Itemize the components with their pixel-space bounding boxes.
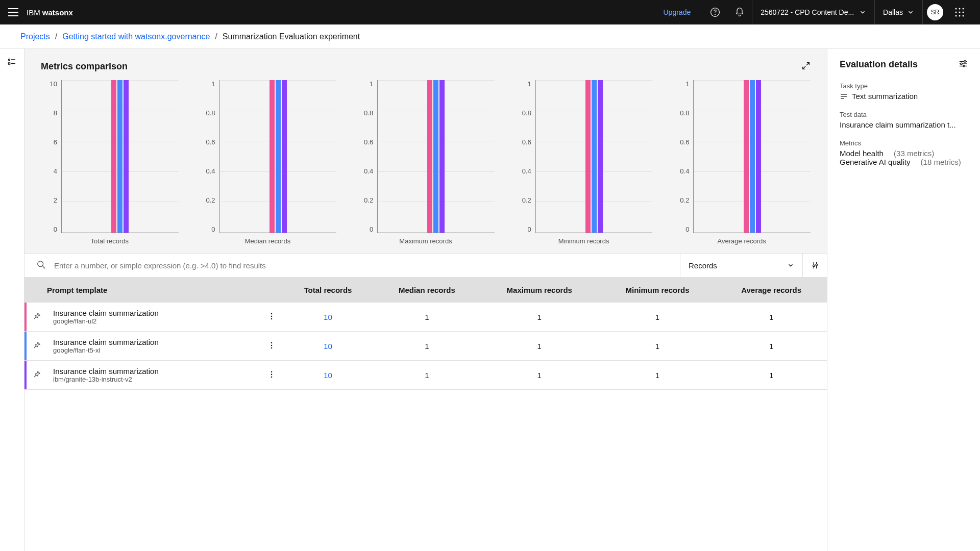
chevron-down-icon xyxy=(907,9,914,16)
svg-point-20 xyxy=(271,315,273,317)
svg-point-31 xyxy=(964,61,966,63)
chart-bar[interactable] xyxy=(598,80,603,233)
chart-caption: Minimum records xyxy=(558,237,609,245)
svg-rect-13 xyxy=(8,63,10,64)
cell-total: 10 xyxy=(282,303,374,332)
chart-caption: Total records xyxy=(91,237,129,245)
chart-y-axis: 1086420 xyxy=(41,80,61,233)
prompt-template-cell[interactable]: Insurance claim summarizationgoogle/flan… xyxy=(47,332,261,361)
chart-bar[interactable] xyxy=(124,80,129,233)
chart-y-axis: 10.80.60.40.20 xyxy=(199,80,219,233)
menu-icon[interactable] xyxy=(8,7,18,17)
chart-bar[interactable] xyxy=(592,80,597,233)
chart-bar[interactable] xyxy=(117,80,122,233)
chart-bar[interactable] xyxy=(750,80,755,233)
pin-icon[interactable] xyxy=(27,361,47,390)
svg-point-25 xyxy=(271,371,273,372)
chart-bar[interactable] xyxy=(270,80,275,233)
total-records-link[interactable]: 10 xyxy=(324,313,332,321)
rail-toggle-icon[interactable] xyxy=(7,57,17,551)
cell-median: 1 xyxy=(374,303,480,332)
chart-caption: Maximum records xyxy=(399,237,452,245)
table-row: Insurance claim summarizationgoogle/flan… xyxy=(24,332,827,361)
task-type-value: Text summarization xyxy=(840,92,968,101)
chart-unit: 10.80.60.40.20Minimum records xyxy=(515,80,653,245)
pin-icon[interactable] xyxy=(27,303,47,332)
settings-icon[interactable] xyxy=(959,59,968,70)
records-dropdown[interactable]: Records xyxy=(680,253,802,278)
chart-y-axis: 10.80.60.40.20 xyxy=(515,80,535,233)
notifications-icon[interactable] xyxy=(727,0,752,24)
chart-caption: Average records xyxy=(718,237,766,245)
chart-y-axis: 10.80.60.40.20 xyxy=(673,80,693,233)
task-type-label: Task type xyxy=(840,82,968,90)
svg-point-19 xyxy=(271,313,273,314)
breadcrumb-project-name[interactable]: Getting started with watsonx.governance xyxy=(62,32,210,41)
filter-settings-icon[interactable] xyxy=(802,253,827,278)
cell-max: 1 xyxy=(480,361,599,390)
col-total-records: Total records xyxy=(282,278,374,303)
cell-min: 1 xyxy=(599,332,716,361)
test-data-label: Test data xyxy=(840,111,968,118)
chart-bar[interactable] xyxy=(433,80,438,233)
cell-total: 10 xyxy=(282,332,374,361)
prompt-template-cell[interactable]: Insurance claim summarizationgoogle/flan… xyxy=(47,303,261,332)
breadcrumb-projects[interactable]: Projects xyxy=(20,32,50,41)
cell-max: 1 xyxy=(480,303,599,332)
expand-icon[interactable] xyxy=(801,61,811,72)
svg-point-5 xyxy=(955,12,957,13)
upgrade-link[interactable]: Upgrade xyxy=(664,8,691,16)
svg-point-3 xyxy=(959,8,961,10)
app-switcher-icon[interactable] xyxy=(947,0,972,24)
evaluation-details-panel: Evaluation details Task type Text summar… xyxy=(827,49,980,551)
svg-point-27 xyxy=(271,376,273,378)
chart-caption: Median records xyxy=(245,237,291,245)
overflow-menu-icon[interactable] xyxy=(261,332,282,361)
chart-bar[interactable] xyxy=(744,80,749,233)
chart-bar[interactable] xyxy=(427,80,432,233)
pin-icon[interactable] xyxy=(27,332,47,361)
side-panel-title: Evaluation details xyxy=(840,59,918,70)
svg-point-33 xyxy=(963,65,965,67)
help-icon[interactable] xyxy=(703,0,727,24)
chart-bar[interactable] xyxy=(111,80,116,233)
metric-gen-ai-quality: Generative AI quality (18 metrics) xyxy=(840,158,968,166)
overflow-menu-icon[interactable] xyxy=(261,303,282,332)
cell-total: 10 xyxy=(282,361,374,390)
overflow-menu-icon[interactable] xyxy=(261,361,282,390)
avatar[interactable]: SR xyxy=(927,4,943,20)
svg-point-10 xyxy=(963,15,964,17)
chart-y-axis: 10.80.60.40.20 xyxy=(357,80,377,233)
svg-point-26 xyxy=(271,373,273,375)
account-selector[interactable]: 2560722 - CPD Content De... xyxy=(752,0,874,24)
region-selector[interactable]: Dallas xyxy=(875,0,922,24)
chart-bar[interactable] xyxy=(585,80,591,233)
prompt-template-cell[interactable]: Insurance claim summarizationibm/granite… xyxy=(47,361,261,390)
results-table: Prompt template Total records Median rec… xyxy=(24,278,827,390)
chart-bar[interactable] xyxy=(439,80,445,233)
svg-point-2 xyxy=(955,8,957,10)
chart-bar[interactable] xyxy=(276,80,281,233)
svg-point-8 xyxy=(955,15,957,17)
chart-bar[interactable] xyxy=(756,80,761,233)
total-records-link[interactable]: 10 xyxy=(324,342,332,350)
brand-logo: IBM watsonx xyxy=(27,8,73,17)
metric-model-health: Model health (33 metrics) xyxy=(840,149,968,158)
svg-point-7 xyxy=(963,12,964,13)
metrics-label: Metrics xyxy=(840,139,968,147)
svg-point-15 xyxy=(38,261,43,266)
col-minimum-records: Minimum records xyxy=(599,278,716,303)
cell-median: 1 xyxy=(374,332,480,361)
search-row: Records xyxy=(24,253,827,278)
search-input[interactable] xyxy=(54,261,668,270)
chart-unit: 10.80.60.40.20Median records xyxy=(199,80,337,245)
col-median-records: Median records xyxy=(374,278,480,303)
svg-point-17 xyxy=(813,265,815,267)
chart-bar[interactable] xyxy=(282,80,287,233)
total-records-link[interactable]: 10 xyxy=(324,371,332,380)
svg-point-18 xyxy=(815,264,817,266)
search-icon xyxy=(37,260,46,271)
svg-point-11 xyxy=(8,59,10,61)
cell-avg: 1 xyxy=(716,361,827,390)
table-row: Insurance claim summarizationgoogle/flan… xyxy=(24,303,827,332)
